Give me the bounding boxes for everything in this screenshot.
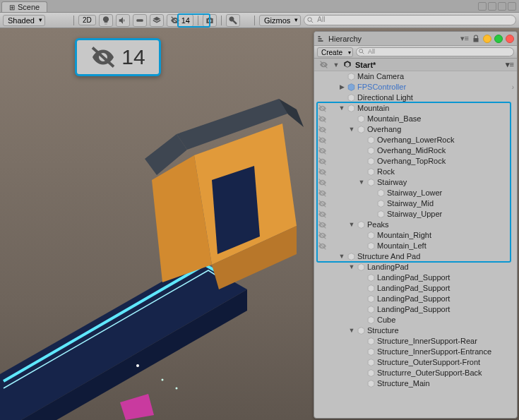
- visibility-toggle[interactable]: [316, 231, 328, 240]
- tree-item-label: Overhang: [367, 124, 401, 135]
- hierarchy-scene-row[interactable]: ▼ Start* ▾≡: [314, 59, 517, 71]
- gameobject-cube-icon: [366, 157, 376, 166]
- tree-row[interactable]: Stairway_Lower: [314, 188, 517, 198]
- expand-arrow-icon[interactable]: ▼: [348, 325, 355, 336]
- visibility-toggle[interactable]: [316, 157, 328, 166]
- tab-option-icon[interactable]: [488, 2, 496, 11]
- tree-row[interactable]: Structure_InnerSupport-Entrance: [314, 347, 517, 357]
- tree-row[interactable]: ▼Structure: [314, 325, 517, 336]
- scene-visibility-toggle[interactable]: [317, 60, 330, 69]
- window-close-icon[interactable]: [506, 35, 514, 43]
- visibility-toggle[interactable]: [316, 114, 328, 124]
- gameobject-cube-icon: [366, 273, 376, 282]
- tree-row[interactable]: ▼Peaks: [314, 220, 517, 230]
- visibility-toggle[interactable]: [316, 146, 328, 155]
- visibility-toggle[interactable]: [316, 178, 328, 187]
- lock-icon[interactable]: [472, 35, 480, 43]
- gameobject-cube-icon: [366, 136, 376, 145]
- window-maximize-icon[interactable]: [494, 35, 503, 43]
- gameobject-cube-icon: [376, 199, 386, 208]
- tree-row[interactable]: Mountain_Base: [314, 114, 517, 124]
- gameobject-cube-icon: [366, 146, 376, 155]
- tree-row[interactable]: Main Camera: [314, 71, 517, 82]
- tree-row[interactable]: ▶FPSController›: [314, 82, 517, 92]
- tree-item-label: LandingPad_Support: [377, 283, 450, 294]
- expand-arrow-icon[interactable]: ▼: [358, 177, 365, 188]
- gameobject-cube-icon: [366, 379, 376, 388]
- shading-dropdown[interactable]: Shaded: [3, 15, 45, 26]
- tree-row[interactable]: Structure_InnerSupport-Rear: [314, 336, 517, 347]
- tree-row[interactable]: Structure_OuterSupport-Front: [314, 357, 517, 368]
- visibility-toggle[interactable]: [316, 125, 328, 134]
- tree-row[interactable]: Cube: [314, 315, 517, 325]
- tree-item-label: LandingPad: [367, 262, 409, 272]
- window-minimize-icon[interactable]: [483, 35, 491, 43]
- visibility-toggle[interactable]: [316, 188, 328, 198]
- create-dropdown[interactable]: Create: [317, 47, 353, 57]
- scene-grid-icon: ⊞: [9, 4, 15, 11]
- visibility-toggle[interactable]: [316, 136, 328, 145]
- tree-item-label: LandingPad_Support: [377, 272, 450, 283]
- tree-row[interactable]: Stairway_Upper: [314, 209, 517, 220]
- camera-icon[interactable]: [203, 14, 217, 27]
- hidden-count-large-label: 14: [121, 45, 145, 69]
- gameobject-cube-icon: [366, 305, 376, 314]
- visibility-toggle[interactable]: [316, 104, 328, 113]
- tree-row[interactable]: ▼Stairway: [314, 177, 517, 188]
- svg-rect-18: [318, 36, 321, 37]
- scene-menu-icon[interactable]: ▾≡: [506, 60, 514, 69]
- expand-arrow-icon[interactable]: ▼: [338, 251, 345, 262]
- hidden-eye-icon: [170, 16, 180, 25]
- tree-row[interactable]: ▼LandingPad: [314, 262, 517, 272]
- tree-row[interactable]: LandingPad_Support: [314, 283, 517, 294]
- panel-menu-icon[interactable]: ▾≡: [460, 34, 469, 43]
- hierarchy-titlebar[interactable]: Hierarchy ▾≡: [314, 32, 517, 46]
- gizmos-dropdown[interactable]: Gizmos: [259, 15, 301, 26]
- tree-row[interactable]: Mountain_Left: [314, 241, 517, 251]
- tab-option-icon[interactable]: [498, 2, 506, 11]
- 2d-toggle-button[interactable]: 2D: [78, 15, 96, 25]
- expand-arrow-icon[interactable]: ▼: [333, 61, 340, 68]
- tree-row[interactable]: ▼Structure And Pad: [314, 251, 517, 262]
- tree-row[interactable]: Overhang_MidRock: [314, 145, 517, 156]
- visibility-toggle[interactable]: [316, 220, 328, 229]
- tab-option-icon[interactable]: [508, 2, 516, 11]
- visibility-toggle[interactable]: [316, 210, 328, 219]
- tools-icon[interactable]: [226, 14, 240, 27]
- tree-row[interactable]: Stairway_Mid: [314, 198, 517, 209]
- hidden-objects-button[interactable]: 14: [167, 14, 193, 27]
- tree-row[interactable]: Overhang_LowerRock: [314, 135, 517, 145]
- tree-item-label: Mountain: [357, 103, 389, 114]
- expand-arrow-icon[interactable]: ▼: [348, 124, 355, 135]
- tree-row[interactable]: Overhang_TopRock: [314, 156, 517, 167]
- tree-row[interactable]: Rock: [314, 167, 517, 177]
- tree-row[interactable]: ▼Overhang: [314, 124, 517, 135]
- expand-arrow-icon[interactable]: ▼: [348, 220, 355, 230]
- layers-dropdown-icon[interactable]: [150, 14, 164, 27]
- visibility-toggle[interactable]: [316, 167, 328, 176]
- scene-search-input[interactable]: All: [304, 15, 516, 25]
- tree-row[interactable]: LandingPad_Support: [314, 304, 517, 315]
- tree-row[interactable]: Directional Light: [314, 92, 517, 103]
- hierarchy-search-input[interactable]: All: [356, 47, 514, 56]
- tree-row[interactable]: LandingPad_Support: [314, 272, 517, 283]
- chevron-right-icon[interactable]: ›: [512, 82, 514, 92]
- expand-arrow-icon[interactable]: ▶: [338, 82, 345, 92]
- tree-row[interactable]: Structurre_OuterSupport-Back: [314, 368, 517, 378]
- search-placeholder-label: All: [368, 48, 375, 55]
- audio-toggle-icon[interactable]: [116, 14, 130, 27]
- fx-toggle-icon[interactable]: [133, 14, 147, 27]
- expand-arrow-icon[interactable]: ▼: [338, 103, 345, 114]
- hierarchy-tree[interactable]: Main Camera▶FPSController›Directional Li…: [314, 71, 517, 418]
- tree-item-label: Structure_InnerSupport-Entrance: [377, 347, 491, 357]
- tab-option-icon[interactable]: [478, 2, 487, 11]
- visibility-toggle[interactable]: [316, 241, 328, 251]
- tree-row[interactable]: ▼Mountain: [314, 103, 517, 114]
- tree-row[interactable]: Mountain_Right: [314, 230, 517, 241]
- lighting-toggle-icon[interactable]: [99, 14, 113, 27]
- tree-row[interactable]: LandingPad_Support: [314, 294, 517, 304]
- tree-row[interactable]: Structure_Main: [314, 378, 517, 389]
- scene-tab[interactable]: ⊞ Scene: [1, 1, 47, 12]
- expand-arrow-icon[interactable]: ▼: [348, 262, 355, 272]
- visibility-toggle[interactable]: [316, 199, 328, 208]
